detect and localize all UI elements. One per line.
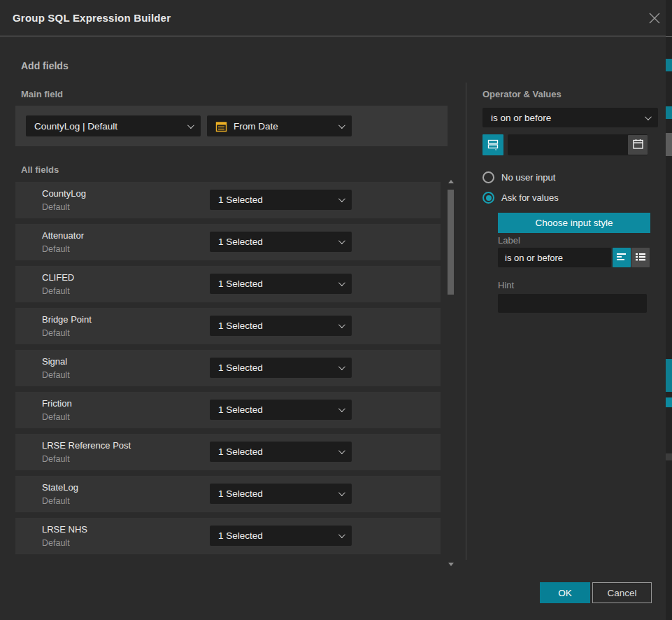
chevron-down-icon bbox=[338, 195, 345, 202]
main-field-source-dropdown[interactable]: CountyLog | Default bbox=[26, 115, 201, 136]
column-divider bbox=[466, 83, 466, 560]
strip-teal-fragment bbox=[666, 59, 672, 71]
operator-values-heading: Operator & Values bbox=[482, 89, 562, 99]
value-input-wrap bbox=[508, 134, 648, 155]
field-selection-dropdown[interactable]: 1 Selected bbox=[210, 442, 352, 462]
field-sublabel: Default bbox=[42, 496, 70, 506]
strip-teal-fragment bbox=[666, 397, 672, 407]
chevron-down-icon bbox=[338, 279, 345, 286]
radio-no-user-input-label: No user input bbox=[501, 172, 555, 183]
background-app-strip bbox=[666, 0, 672, 620]
dialog-header: Group SQL Expression Builder bbox=[0, 0, 666, 36]
field-name: Bridge Point bbox=[42, 314, 92, 325]
field-sublabel: Default bbox=[42, 370, 70, 380]
field-selection-dropdown[interactable]: 1 Selected bbox=[210, 400, 352, 420]
field-selection-dropdown[interactable]: 1 Selected bbox=[210, 358, 352, 378]
field-row: LRSE NHS Default 1 Selected bbox=[15, 518, 441, 554]
ok-button[interactable]: OK bbox=[540, 582, 590, 603]
label-input[interactable] bbox=[498, 248, 611, 267]
scroll-up-icon[interactable] bbox=[448, 180, 454, 183]
label-caption: Label bbox=[498, 235, 520, 246]
all-fields-list: CountyLog Default 1 Selected Attenuator … bbox=[15, 182, 441, 560]
radio-selected-icon bbox=[482, 192, 494, 204]
main-field-field-value: From Date bbox=[234, 121, 338, 132]
field-selection-value: 1 Selected bbox=[218, 362, 338, 373]
group-sql-expression-builder-dialog: Group SQL Expression Builder Add fields … bbox=[0, 0, 666, 620]
field-name: LRSE NHS bbox=[42, 524, 87, 535]
close-button[interactable] bbox=[646, 10, 663, 27]
align-left-icon bbox=[616, 252, 627, 264]
radio-no-user-input[interactable]: No user input bbox=[482, 171, 555, 183]
chevron-down-icon bbox=[187, 122, 194, 129]
field-row: StateLog Default 1 Selected bbox=[15, 476, 441, 512]
strip-teal-fragment bbox=[666, 359, 672, 392]
field-sublabel: Default bbox=[42, 538, 70, 548]
chevron-down-icon bbox=[338, 447, 345, 454]
field-selection-dropdown[interactable]: 1 Selected bbox=[210, 526, 352, 546]
cancel-button[interactable]: Cancel bbox=[592, 582, 652, 603]
field-name: LRSE Reference Post bbox=[42, 440, 131, 451]
field-selection-dropdown[interactable]: 1 Selected bbox=[210, 316, 352, 336]
field-selection-dropdown[interactable]: 1 Selected bbox=[210, 484, 352, 504]
date-picker-button[interactable] bbox=[628, 135, 648, 155]
field-sublabel: Default bbox=[42, 244, 70, 254]
strip-teal-fragment bbox=[666, 106, 672, 119]
field-row: Bridge Point Default 1 Selected bbox=[15, 308, 441, 344]
strip-gray-fragment bbox=[666, 133, 672, 156]
field-selection-dropdown[interactable]: 1 Selected bbox=[210, 232, 352, 252]
chevron-down-icon bbox=[645, 113, 652, 120]
field-name: CountyLog bbox=[42, 188, 86, 199]
add-fields-heading: Add fields bbox=[21, 60, 69, 71]
field-selection-value: 1 Selected bbox=[218, 195, 338, 205]
chevron-down-icon bbox=[338, 363, 345, 370]
field-name: StateLog bbox=[42, 482, 78, 493]
strip-line bbox=[666, 36, 672, 37]
field-sublabel: Default bbox=[42, 454, 70, 464]
list-scrollbar[interactable] bbox=[447, 178, 455, 568]
stacked-rows-icon bbox=[487, 138, 499, 153]
field-row: LRSE Reference Post Default 1 Selected bbox=[15, 434, 441, 470]
main-field-heading: Main field bbox=[21, 89, 63, 99]
hint-caption: Hint bbox=[498, 280, 514, 290]
radio-icon bbox=[482, 171, 494, 183]
field-row: CLIFED Default 1 Selected bbox=[15, 266, 441, 302]
field-selection-value: 1 Selected bbox=[218, 320, 338, 331]
field-selection-value: 1 Selected bbox=[218, 237, 338, 247]
calendar-icon bbox=[632, 138, 644, 152]
hint-input[interactable] bbox=[498, 294, 647, 313]
list-style-button[interactable] bbox=[631, 248, 650, 267]
field-name: Friction bbox=[42, 398, 72, 409]
field-name: CLIFED bbox=[42, 272, 74, 283]
value-input[interactable] bbox=[508, 134, 627, 155]
field-sublabel: Default bbox=[42, 286, 70, 296]
value-source-button[interactable] bbox=[482, 134, 503, 155]
close-icon bbox=[646, 10, 663, 27]
radio-ask-for-values-label: Ask for values bbox=[501, 192, 559, 203]
main-field-source-value: CountyLog | Default bbox=[34, 121, 187, 132]
list-icon bbox=[635, 252, 646, 264]
scroll-down-icon[interactable] bbox=[448, 563, 454, 566]
field-selection-dropdown[interactable]: 1 Selected bbox=[210, 190, 352, 210]
scrollbar-thumb[interactable] bbox=[448, 190, 454, 295]
all-fields-heading: All fields bbox=[21, 164, 59, 175]
align-left-style-button[interactable] bbox=[613, 248, 631, 267]
chevron-down-icon bbox=[338, 405, 345, 412]
field-row: Signal Default 1 Selected bbox=[15, 350, 441, 386]
main-field-field-dropdown[interactable]: From Date bbox=[207, 115, 352, 136]
field-selection-dropdown[interactable]: 1 Selected bbox=[210, 274, 352, 294]
radio-ask-for-values[interactable]: Ask for values bbox=[482, 192, 559, 204]
operator-value: is on or before bbox=[491, 113, 645, 123]
chevron-down-icon bbox=[338, 321, 345, 328]
chevron-down-icon bbox=[338, 122, 345, 129]
field-selection-value: 1 Selected bbox=[218, 488, 338, 499]
dialog-title: Group SQL Expression Builder bbox=[13, 0, 171, 36]
field-sublabel: Default bbox=[42, 202, 70, 212]
operator-dropdown[interactable]: is on or before bbox=[482, 108, 658, 127]
chevron-down-icon bbox=[338, 237, 345, 244]
date-calendar-icon bbox=[215, 120, 227, 132]
field-row: CountyLog Default 1 Selected bbox=[15, 182, 441, 218]
strip-gray-fragment bbox=[666, 453, 672, 460]
choose-input-style-button[interactable]: Choose input style bbox=[498, 213, 650, 233]
field-row: Friction Default 1 Selected bbox=[15, 392, 441, 428]
field-name: Signal bbox=[42, 356, 67, 367]
